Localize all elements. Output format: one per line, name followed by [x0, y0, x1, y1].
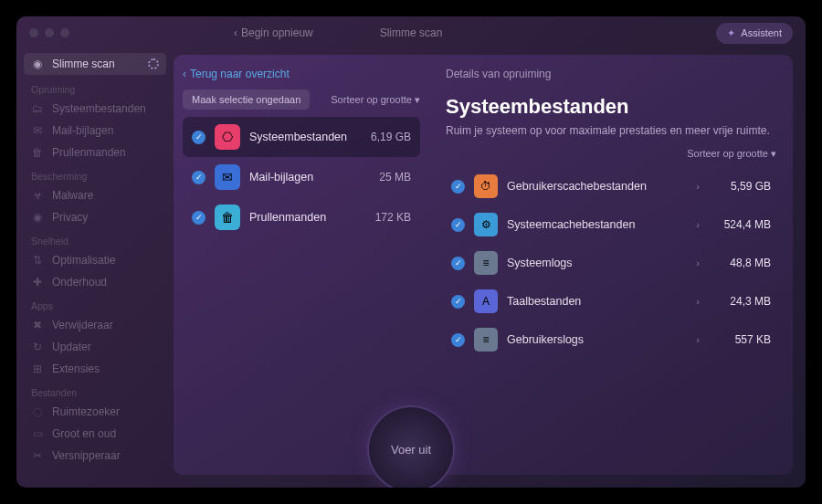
sort-categories[interactable]: Sorteer op grootte ▾	[331, 94, 420, 106]
sidebar-item-label: Groot en oud	[52, 427, 116, 440]
category-icon: 🗑	[215, 205, 240, 230]
category-name: Mail-bijlagen	[249, 171, 370, 184]
assistant-button[interactable]: Assistent	[716, 23, 793, 44]
category-row[interactable]: ⎔ Systeembestanden 6,19 GB	[183, 117, 420, 157]
details-header: Details van opruiming	[446, 68, 776, 80]
item-size: 48,8 MB	[712, 257, 771, 269]
sidebar-item-label: Verwijderaar	[52, 319, 113, 331]
item-icon: ≡	[474, 251, 498, 275]
sidebar-group-header: Snelheid	[24, 228, 166, 249]
chevron-right-icon: ›	[696, 334, 700, 345]
sidebar-icon: ✂	[31, 449, 44, 462]
sidebar-item[interactable]: ◌Ruimtezoeker	[24, 401, 166, 423]
item-size: 5,59 GB	[712, 180, 771, 193]
checkbox-icon[interactable]	[192, 131, 206, 144]
sidebar-item[interactable]: ↻Updater	[24, 336, 166, 358]
detail-item-row[interactable]: ⚙ Systeemcachebestanden › 524,4 MB	[446, 205, 776, 244]
sidebar-item[interactable]: ⇅Optimalisatie	[24, 249, 166, 271]
titlebar: ‹ Begin opnieuw Slimme scan Assistent	[16, 16, 806, 49]
sidebar-item-label: Mail-bijlagen	[52, 124, 113, 137]
item-name: Gebruikerscachebestanden	[507, 180, 683, 193]
sidebar-item-label: Optimalisatie	[52, 254, 115, 267]
item-size: 24,3 MB	[712, 295, 771, 308]
category-row[interactable]: ✉ Mail-bijlagen 25 MB	[183, 157, 420, 197]
category-row[interactable]: 🗑 Prullenmanden 172 KB	[183, 197, 420, 237]
sidebar-item-label: Slimme scan	[52, 58, 115, 70]
window-controls[interactable]	[29, 28, 69, 37]
checkbox-icon[interactable]	[451, 295, 465, 309]
main: ‹ Terug naar overzicht Maak selectie ong…	[174, 49, 806, 488]
category-icon: ✉	[215, 164, 240, 190]
category-size: 25 MB	[379, 171, 411, 184]
detail-item-row[interactable]: ⏱ Gebruikerscachebestanden › 5,59 GB	[446, 167, 776, 205]
spinner-icon	[148, 58, 159, 69]
sidebar-icon: ☣	[31, 189, 44, 202]
chevron-right-icon: ›	[696, 296, 700, 307]
sidebar-item[interactable]: ⊞Extensies	[24, 358, 166, 380]
sidebar-item-label: Systeembestanden	[52, 102, 146, 115]
item-icon: ≡	[474, 328, 498, 352]
item-icon: A	[474, 289, 498, 313]
app-window: ‹ Begin opnieuw Slimme scan Assistent ◉ …	[16, 16, 806, 488]
detail-item-row[interactable]: ≡ Systeemlogs › 48,8 MB	[446, 244, 776, 282]
sort-details[interactable]: Sorteer op grootte ▾	[446, 148, 776, 160]
category-icon: ⎔	[215, 124, 240, 150]
sidebar-item[interactable]: ◉Privacy	[24, 206, 166, 228]
sidebar-item[interactable]: ✂Versnipperaar	[24, 445, 166, 467]
sidebar-icon: ◌	[31, 405, 44, 418]
detail-item-row[interactable]: ≡ Gebruikerslogs › 557 KB	[446, 320, 776, 359]
details-title: Systeembestanden	[446, 95, 776, 119]
checkbox-icon[interactable]	[192, 171, 206, 184]
sidebar-item-label: Onderhoud	[52, 276, 107, 289]
item-name: Systeemlogs	[507, 257, 683, 269]
sidebar-smart-scan[interactable]: ◉ Slimme scan	[24, 53, 166, 75]
category-size: 6,19 GB	[371, 131, 411, 143]
sidebar-icon: ✚	[31, 276, 44, 289]
deselect-button[interactable]: Maak selectie ongedaan	[183, 89, 310, 110]
back-overview-link[interactable]: ‹ Terug naar overzicht	[183, 68, 420, 80]
sidebar-item-label: Malware	[52, 189, 93, 202]
window-title: Slimme scan	[380, 26, 443, 39]
details-column: Details van opruiming Systeembestanden R…	[429, 55, 793, 475]
sidebar-icon: 🗂	[31, 102, 44, 115]
checkbox-icon[interactable]	[451, 218, 465, 232]
sidebar-item-label: Extensies	[52, 362, 100, 375]
back-begin-button[interactable]: ‹ Begin opnieuw	[234, 26, 313, 39]
chevron-right-icon: ›	[696, 181, 700, 192]
back-begin-label: Begin opnieuw	[241, 26, 313, 39]
run-button[interactable]: Voer uit	[367, 405, 455, 488]
sidebar-group-header: Opruiming	[24, 77, 166, 98]
eye-icon: ◉	[31, 58, 44, 70]
sidebar-item[interactable]: 🗑Prullenmanden	[24, 142, 166, 163]
sidebar-icon: ⊞	[31, 362, 44, 375]
sidebar-item[interactable]: ▭Groot en oud	[24, 423, 166, 445]
checkbox-icon[interactable]	[451, 333, 465, 347]
chevron-right-icon: ›	[696, 219, 700, 230]
sidebar-group-header: Bescherming	[24, 163, 166, 184]
item-icon: ⚙	[474, 213, 498, 236]
details-subtitle: Ruim je systeem op voor maximale prestat…	[446, 124, 776, 137]
item-icon: ⏱	[474, 174, 498, 198]
sidebar-group-header: Apps	[24, 293, 166, 314]
sidebar-item[interactable]: ☣Malware	[24, 184, 166, 206]
item-name: Gebruikerslogs	[507, 333, 683, 346]
checkbox-icon[interactable]	[192, 211, 206, 225]
item-name: Systeemcachebestanden	[507, 218, 683, 231]
sidebar-item-label: Updater	[52, 341, 91, 353]
sidebar-item[interactable]: ✖Verwijderaar	[24, 314, 166, 336]
checkbox-icon[interactable]	[451, 257, 465, 270]
detail-item-row[interactable]: A Taalbestanden › 24,3 MB	[446, 282, 776, 320]
sidebar-item[interactable]: ✚Onderhoud	[24, 271, 166, 293]
sidebar-item-label: Privacy	[52, 211, 88, 224]
sidebar-group-header: Bestanden	[24, 380, 166, 401]
item-size: 557 KB	[712, 333, 771, 346]
sidebar-icon: ◉	[31, 211, 44, 224]
category-name: Systeembestanden	[249, 131, 362, 143]
category-size: 172 KB	[375, 211, 411, 224]
sidebar-icon: ↻	[31, 341, 44, 353]
checkbox-icon[interactable]	[451, 180, 465, 194]
sidebar-item[interactable]: ✉Mail-bijlagen	[24, 120, 166, 142]
panel: ‹ Terug naar overzicht Maak selectie ong…	[174, 55, 793, 475]
item-name: Taalbestanden	[507, 295, 683, 308]
sidebar-item[interactable]: 🗂Systeembestanden	[24, 98, 166, 120]
